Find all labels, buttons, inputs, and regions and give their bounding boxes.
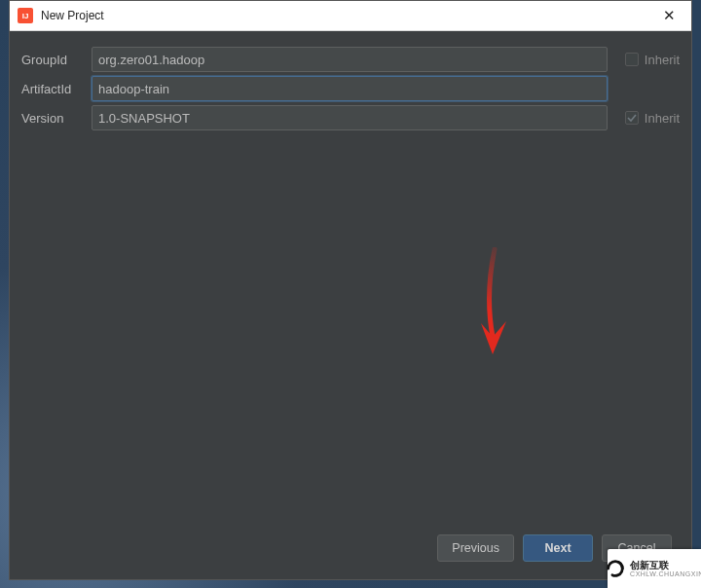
- inherit-label: Inherit: [645, 111, 680, 126]
- checkbox-icon: [625, 111, 639, 125]
- row-artifact-id: ArtifactId Inherit: [19, 74, 682, 103]
- label-artifact-id: ArtifactId: [19, 82, 92, 96]
- dialog-footer: Previous Next Cancel: [19, 527, 682, 570]
- label-version: Version: [19, 111, 92, 126]
- watermark-text: 创新互联 CXHLW.CHUANGXIN: [630, 560, 701, 577]
- watermark-sub: CXHLW.CHUANGXIN: [630, 570, 701, 577]
- app-icon: [18, 8, 33, 23]
- watermark: 创新互联 CXHLW.CHUANGXIN: [608, 549, 701, 588]
- label-group-id: GroupId: [19, 53, 92, 67]
- row-version: Version Inherit: [19, 103, 682, 132]
- maven-coords-form: GroupId Inherit ArtifactId Inherit: [19, 45, 682, 132]
- close-button[interactable]: ✕: [647, 1, 691, 30]
- watermark-logo-icon: [605, 558, 626, 579]
- empty-body: [19, 132, 682, 527]
- inherit-group-id[interactable]: Inherit: [608, 53, 682, 67]
- next-button[interactable]: Next: [523, 534, 593, 562]
- checkbox-icon: [625, 53, 639, 66]
- row-group-id: GroupId Inherit: [19, 45, 682, 74]
- titlebar: New Project ✕: [10, 1, 691, 31]
- inherit-label: Inherit: [645, 53, 680, 67]
- previous-button[interactable]: Previous: [437, 534, 514, 562]
- input-artifact-id[interactable]: [92, 76, 608, 101]
- dialog-content: GroupId Inherit ArtifactId Inherit: [10, 31, 691, 579]
- window-title: New Project: [41, 9, 647, 22]
- input-group-id[interactable]: [92, 47, 608, 72]
- input-version[interactable]: [92, 105, 608, 130]
- watermark-brand: 创新互联: [630, 560, 701, 570]
- close-icon: ✕: [663, 7, 676, 24]
- new-project-dialog: New Project ✕ GroupId Inherit ArtifactId: [9, 0, 692, 580]
- inherit-version[interactable]: Inherit: [608, 111, 682, 126]
- annotation-arrow-icon: [467, 247, 526, 364]
